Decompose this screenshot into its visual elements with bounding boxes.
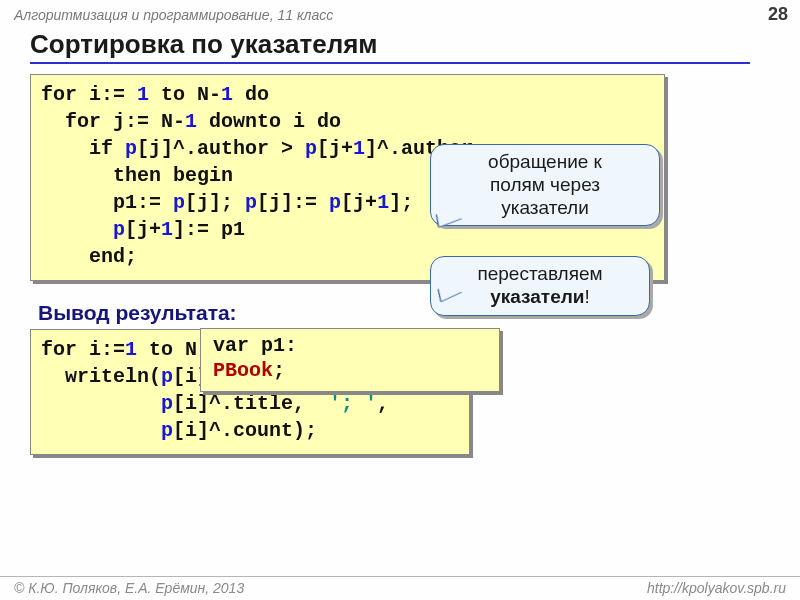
footer-bar: © К.Ю. Поляков, Е.А. Ерёмин, 2013 http:/… bbox=[0, 576, 800, 600]
callout-text: переставляем bbox=[477, 263, 602, 284]
callout-bold: указатели bbox=[490, 286, 584, 307]
callout-line: указатели bbox=[501, 197, 589, 218]
callout-text: ! bbox=[584, 286, 589, 307]
callout-line: полям через bbox=[490, 174, 600, 195]
copyright: © К.Ю. Поляков, Е.А. Ерёмин, 2013 bbox=[14, 580, 244, 596]
var-decl-box: var p1: PBook; bbox=[200, 328, 500, 392]
callout-fields: обращение к полям через указатели bbox=[430, 144, 660, 226]
callout-line: обращение к bbox=[488, 151, 602, 172]
footer-url: http://kpolyakov.spb.ru bbox=[647, 580, 786, 596]
slide-title: Сортировка по указателям bbox=[30, 29, 750, 64]
slide-body: for i:= 1 to N-1 do for j:= N-1 downto i… bbox=[0, 74, 800, 455]
header-bar: Алгоритмизация и программирование, 11 кл… bbox=[0, 0, 800, 27]
page-number: 28 bbox=[768, 4, 788, 25]
output-heading: Вывод результата: bbox=[38, 301, 770, 325]
course-label: Алгоритмизация и программирование, 11 кл… bbox=[14, 7, 333, 23]
callout-tail-icon bbox=[437, 289, 462, 303]
callout-swap: переставляем указатели! bbox=[430, 256, 650, 316]
